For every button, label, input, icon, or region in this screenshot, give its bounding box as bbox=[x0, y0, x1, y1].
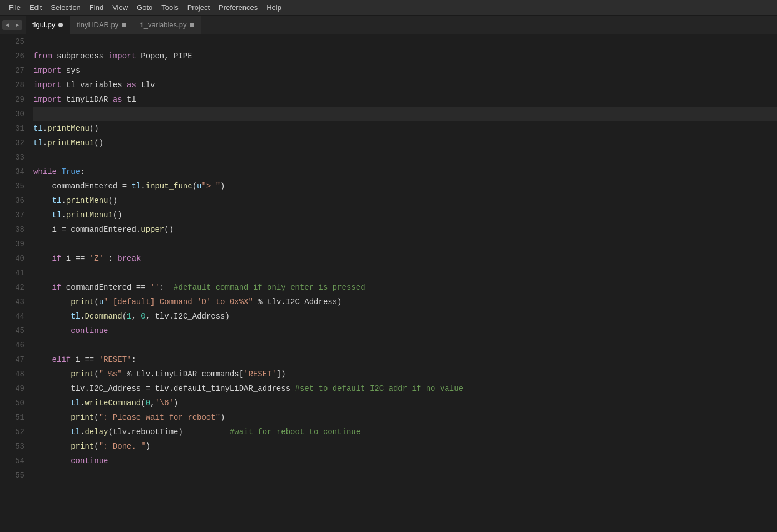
code-line-37: tl.printMenu1() bbox=[33, 208, 777, 222]
menu-project[interactable]: Project bbox=[183, 2, 214, 13]
line-num-49: 49 bbox=[4, 381, 24, 396]
code-line-32: tl.printMenu1() bbox=[33, 136, 777, 150]
line-num-26: 26 bbox=[4, 49, 24, 63]
line-num-40: 40 bbox=[4, 251, 24, 266]
menu-selection[interactable]: Selection bbox=[46, 2, 85, 13]
tab-tinylidar-label: tinyLiDAR.py bbox=[77, 21, 118, 29]
line-num-41: 41 bbox=[4, 266, 24, 280]
line-numbers: 25 26 27 28 29 30 31 32 33 34 35 36 37 3… bbox=[0, 34, 29, 532]
code-line-50: tl.writeCommand(0,'\6') bbox=[33, 396, 777, 410]
menu-preferences[interactable]: Preferences bbox=[214, 2, 262, 13]
code-content[interactable]: from subprocess import Popen, PIPE impor… bbox=[29, 34, 777, 532]
tab-bar: ◀ ▶ tlgui.py tinyLiDAR.py tl_variables.p… bbox=[0, 16, 777, 34]
menu-bar: File Edit Selection Find View Goto Tools… bbox=[0, 0, 777, 16]
line-num-50: 50 bbox=[4, 396, 24, 410]
line-num-43: 43 bbox=[4, 295, 24, 309]
line-num-35: 35 bbox=[4, 179, 24, 193]
tab-tinylidar-dot bbox=[122, 23, 126, 27]
line-num-31: 31 bbox=[4, 121, 24, 136]
line-num-48: 48 bbox=[4, 367, 24, 381]
line-num-32: 32 bbox=[4, 136, 24, 150]
line-num-28: 28 bbox=[4, 78, 24, 92]
menu-goto[interactable]: Goto bbox=[132, 2, 157, 13]
code-line-55 bbox=[33, 468, 777, 483]
code-line-38: i = commandEntered.upper() bbox=[33, 222, 777, 237]
code-line-46 bbox=[33, 338, 777, 352]
menu-find[interactable]: Find bbox=[85, 2, 108, 13]
code-line-52: tl.delay(tlv.rebootTime) #wait for reboo… bbox=[33, 425, 777, 439]
code-line-26: from subprocess import Popen, PIPE bbox=[33, 49, 777, 63]
code-line-36: tl.printMenu() bbox=[33, 193, 777, 208]
line-num-47: 47 bbox=[4, 352, 24, 367]
nav-back[interactable]: ◀ bbox=[2, 20, 12, 30]
tab-tl-variables-label: tl_variables.py bbox=[140, 21, 186, 29]
code-line-29: import tinyLiDAR as tl bbox=[33, 92, 777, 107]
line-num-30: 30 bbox=[4, 107, 24, 121]
line-num-44: 44 bbox=[4, 309, 24, 324]
code-line-47: elif i == 'RESET': bbox=[33, 352, 777, 367]
line-num-25: 25 bbox=[4, 34, 24, 49]
code-line-41 bbox=[33, 266, 777, 280]
code-line-40: if i == 'Z' : break bbox=[33, 251, 777, 266]
menu-help[interactable]: Help bbox=[262, 2, 286, 13]
code-line-42: if commandEntered == '': #default comman… bbox=[33, 280, 777, 295]
nav-forward[interactable]: ▶ bbox=[12, 20, 22, 30]
line-num-29: 29 bbox=[4, 92, 24, 107]
line-num-46: 46 bbox=[4, 338, 24, 352]
line-num-55: 55 bbox=[4, 468, 24, 483]
tab-tlgui-label: tlgui.py bbox=[32, 21, 55, 29]
code-line-25 bbox=[33, 34, 777, 49]
line-num-52: 52 bbox=[4, 425, 24, 439]
tab-tl-variables-dot bbox=[190, 23, 194, 27]
code-area: 25 26 27 28 29 30 31 32 33 34 35 36 37 3… bbox=[0, 34, 777, 532]
line-num-51: 51 bbox=[4, 410, 24, 425]
line-num-54: 54 bbox=[4, 454, 24, 468]
code-line-33 bbox=[33, 150, 777, 165]
line-num-38: 38 bbox=[4, 222, 24, 237]
code-line-48: print(" %s" % tlv.tinyLiDAR_commands['RE… bbox=[33, 367, 777, 381]
code-line-49: tlv.I2C_Address = tlv.default_tinyLiDAR_… bbox=[33, 381, 777, 396]
code-line-34: while True: bbox=[33, 165, 777, 179]
code-line-28: import tl_variables as tlv bbox=[33, 78, 777, 92]
tab-tinylidar[interactable]: tinyLiDAR.py bbox=[70, 16, 133, 34]
code-line-35: commandEntered = tl.input_func(u"> ") bbox=[33, 179, 777, 193]
code-line-39 bbox=[33, 237, 777, 251]
code-line-54: continue bbox=[33, 454, 777, 468]
tab-tl-variables[interactable]: tl_variables.py bbox=[133, 16, 201, 34]
tab-tlgui-dot bbox=[58, 23, 63, 27]
nav-arrows: ◀ ▶ bbox=[2, 20, 22, 30]
line-num-36: 36 bbox=[4, 193, 24, 208]
line-num-45: 45 bbox=[4, 324, 24, 338]
tab-tlgui[interactable]: tlgui.py bbox=[26, 16, 70, 34]
line-num-33: 33 bbox=[4, 150, 24, 165]
line-num-42: 42 bbox=[4, 280, 24, 295]
line-num-53: 53 bbox=[4, 439, 24, 454]
menu-tools[interactable]: Tools bbox=[157, 2, 182, 13]
code-line-30 bbox=[33, 107, 777, 121]
code-line-31: tl.printMenu() bbox=[33, 121, 777, 136]
code-line-44: tl.Dcommand(1, 0, tlv.I2C_Address) bbox=[33, 309, 777, 324]
code-line-27: import sys bbox=[33, 63, 777, 78]
code-line-45: continue bbox=[33, 324, 777, 338]
menu-edit[interactable]: Edit bbox=[25, 2, 46, 13]
code-line-43: print(u" [default] Command 'D' to 0x%X" … bbox=[33, 295, 777, 309]
menu-view[interactable]: View bbox=[108, 2, 132, 13]
menu-file[interactable]: File bbox=[4, 2, 25, 13]
line-num-27: 27 bbox=[4, 63, 24, 78]
line-num-39: 39 bbox=[4, 237, 24, 251]
code-line-53: print(": Done. ") bbox=[33, 439, 777, 454]
line-num-37: 37 bbox=[4, 208, 24, 222]
line-num-34: 34 bbox=[4, 165, 24, 179]
code-line-51: print(": Please wait for reboot") bbox=[33, 410, 777, 425]
